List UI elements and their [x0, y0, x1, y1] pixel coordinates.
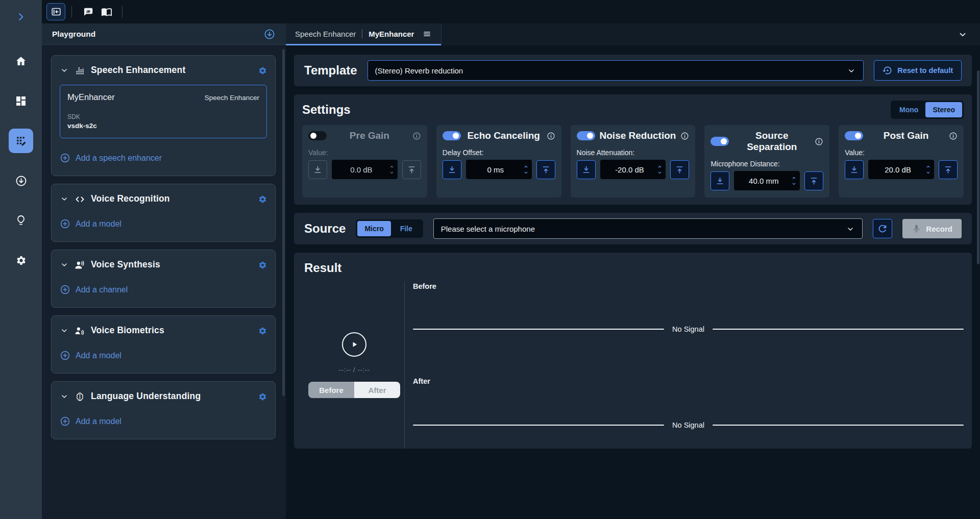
set-max-button[interactable]: [804, 171, 823, 190]
pre-gain-input[interactable]: 0.0 dB: [332, 160, 398, 179]
nav-settings[interactable]: [9, 248, 33, 273]
nav-playground[interactable]: [9, 129, 33, 153]
toolbar-divider: [122, 6, 122, 18]
effect-value: 0.0 dB: [335, 165, 388, 174]
collapse-section-button[interactable]: [60, 66, 69, 75]
info-icon[interactable]: [680, 132, 689, 140]
tab-myenhancer[interactable]: Speech Enhancer MyEnhancer: [286, 23, 441, 45]
section-speech-enhancement: Speech Enhancement MyEnhancer Speech Enh…: [51, 55, 276, 176]
step-down-icon[interactable]: [388, 170, 396, 176]
chevron-down-icon: [60, 66, 69, 75]
section-voice-synthesis: Voice Synthesis Add a channel: [51, 250, 276, 308]
template-select[interactable]: (Stereo) Reverb reduction: [368, 60, 864, 81]
arrow-up-to-line-icon: [541, 165, 551, 175]
set-min-button[interactable]: [845, 160, 864, 179]
record-button[interactable]: Record: [902, 219, 962, 238]
nav-home[interactable]: [9, 49, 33, 73]
echo-canceling-toggle[interactable]: [443, 131, 461, 140]
add-model-button[interactable]: Add a model: [60, 350, 121, 361]
collapse-section-button[interactable]: [60, 392, 69, 401]
tab-menu-button[interactable]: [422, 29, 432, 38]
step-up-icon[interactable]: [522, 164, 530, 169]
add-model-button[interactable]: Add a model: [60, 218, 121, 229]
step-up-icon[interactable]: [924, 164, 932, 169]
set-min-button[interactable]: [710, 171, 729, 190]
step-down-icon[interactable]: [522, 170, 530, 176]
gear-icon: [258, 392, 267, 401]
source-file-button[interactable]: File: [391, 221, 422, 236]
collapse-section-button[interactable]: [60, 260, 69, 269]
reset-to-default-button[interactable]: Reset to default: [874, 60, 962, 81]
collapse-section-button[interactable]: [60, 326, 69, 335]
delay-offset-input[interactable]: 0 ms: [466, 160, 532, 179]
view-after-button[interactable]: After: [354, 382, 400, 398]
download-circle-icon: [15, 175, 28, 187]
effect-title: Post Gain: [863, 130, 949, 141]
set-max-button[interactable]: [402, 160, 421, 179]
noise-attenuation-input[interactable]: -20.0 dB: [600, 160, 666, 179]
set-min-button[interactable]: [308, 160, 327, 179]
playback-time: --:-- / --:--: [338, 366, 370, 374]
step-up-icon[interactable]: [388, 164, 396, 169]
refresh-devices-button[interactable]: [873, 219, 892, 238]
post-gain-input[interactable]: 20.0 dB: [868, 160, 934, 179]
info-icon[interactable]: [815, 137, 823, 146]
add-model-button[interactable]: Add a model: [60, 416, 121, 427]
source-separation-toggle[interactable]: [710, 137, 729, 146]
main-scrollbar[interactable]: [977, 70, 979, 264]
mode-mono-button[interactable]: Mono: [892, 102, 925, 117]
set-min-button[interactable]: [577, 160, 596, 179]
set-max-button[interactable]: [939, 160, 958, 179]
phonetics-button[interactable]: [78, 3, 97, 20]
panel-scrollbar[interactable]: [282, 49, 285, 396]
info-icon[interactable]: [949, 132, 958, 140]
toggle-side-panel-button[interactable]: [46, 3, 65, 20]
gear-icon: [258, 261, 267, 269]
step-down-icon[interactable]: [924, 170, 932, 176]
post-gain-toggle[interactable]: [845, 131, 863, 140]
view-before-button[interactable]: Before: [308, 382, 354, 398]
pre-gain-toggle[interactable]: [308, 131, 327, 140]
sdk-value: vsdk-s2c: [67, 122, 259, 130]
waveform-baseline: [713, 425, 964, 426]
set-min-button[interactable]: [443, 160, 461, 179]
nav-tips[interactable]: [9, 208, 33, 233]
mode-stereo-button[interactable]: Stereo: [925, 102, 962, 117]
step-down-icon[interactable]: [656, 170, 664, 176]
source-micro-button[interactable]: Micro: [357, 221, 390, 236]
section-settings-button[interactable]: [258, 326, 267, 335]
step-up-icon[interactable]: [656, 164, 664, 169]
plus-circle-icon: [60, 153, 70, 163]
info-icon[interactable]: [412, 132, 421, 140]
enhancer-card[interactable]: MyEnhancer Speech Enhancer SDK vsdk-s2c: [60, 85, 267, 138]
add-channel-button[interactable]: Add a channel: [60, 284, 128, 295]
step-down-icon[interactable]: [790, 181, 798, 187]
info-icon[interactable]: [547, 132, 555, 140]
section-settings-button[interactable]: [258, 260, 267, 269]
expand-rail-button[interactable]: [15, 10, 27, 23]
nav-dashboard[interactable]: [9, 89, 33, 113]
collapse-section-button[interactable]: [60, 194, 69, 204]
tab-list-button[interactable]: [958, 23, 968, 45]
source-row: Source Micro File Please select a microp…: [294, 213, 972, 244]
nav-downloads[interactable]: [9, 168, 33, 193]
voice-synthesis-icon: [75, 260, 85, 270]
set-max-button[interactable]: [536, 160, 555, 179]
set-max-button[interactable]: [670, 160, 689, 179]
plus-circle-icon: [60, 350, 70, 361]
toggle-knob: [721, 138, 727, 144]
arrow-down-to-line-icon: [715, 176, 725, 186]
export-playground-button[interactable]: [263, 28, 276, 40]
add-speech-enhancer-button[interactable]: Add a speech enhancer: [60, 153, 162, 163]
section-title: Voice Recognition: [91, 193, 170, 204]
section-settings-button[interactable]: [258, 194, 267, 203]
step-up-icon[interactable]: [790, 175, 798, 181]
play-button[interactable]: [342, 332, 366, 357]
section-settings-button[interactable]: [258, 66, 267, 75]
panel-title: Playground: [52, 30, 95, 39]
section-settings-button[interactable]: [258, 392, 267, 401]
microphone-select[interactable]: Please select a microphone: [433, 218, 863, 239]
microphone-distance-input[interactable]: 40.0 mm: [734, 171, 800, 190]
documentation-button[interactable]: [97, 3, 116, 20]
noise-reduction-toggle[interactable]: [577, 131, 595, 140]
